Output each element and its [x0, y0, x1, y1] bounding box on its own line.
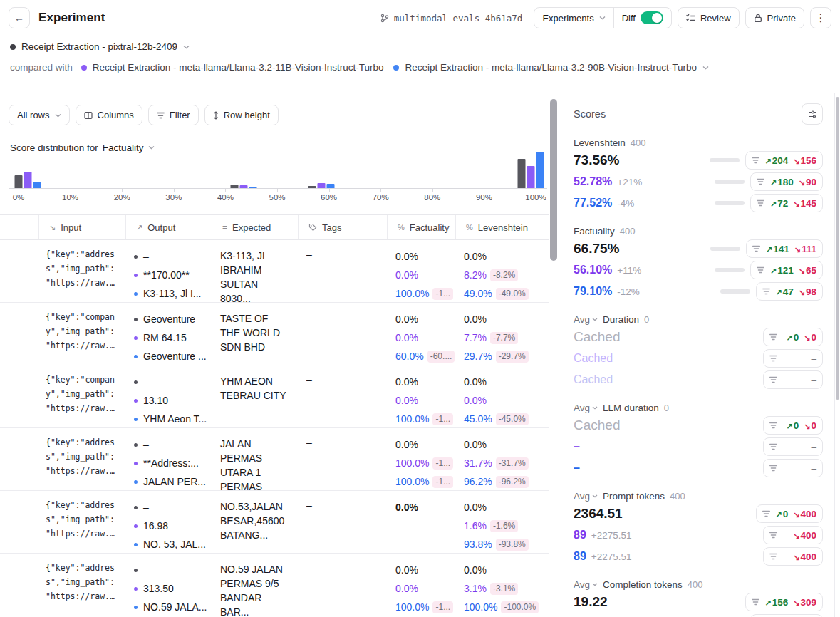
improvements-regressions-badge[interactable]: – — [763, 349, 823, 368]
comparison-selector[interactable]: compared with Receipt Extraction - meta-… — [0, 55, 840, 83]
column-header-output[interactable]: ↗Output — [125, 215, 212, 239]
compared-with-label: compared with — [10, 62, 73, 73]
output-text: – — [143, 251, 149, 262]
table-scrollbar-thumb[interactable] — [550, 99, 557, 261]
percent-icon: % — [398, 223, 405, 232]
improvements-regressions-badge[interactable]: ↘400 — [763, 526, 823, 544]
score-distribution-label: Score distribution for — [10, 142, 98, 153]
column-header-expected[interactable]: =Expected — [212, 215, 298, 239]
improvements-regressions-badge[interactable]: ↗0↘0 — [763, 328, 823, 346]
private-button[interactable]: Private — [745, 7, 804, 28]
improvements-regressions-badge[interactable]: – — [763, 370, 823, 389]
column-header-factuality[interactable]: %Factuality — [387, 215, 455, 239]
cell-output: –313.50NO.59 JALA... — [125, 554, 212, 616]
repo-ref-text: multimodal-evals 4b61a7d — [394, 13, 523, 24]
improvements-regressions-badge[interactable]: ↗0↘0 — [763, 416, 823, 435]
table-row[interactable]: {"key":"company","img_path":"https://raw… — [0, 365, 549, 428]
improvements-regressions-badge[interactable]: ↗156↘309 — [745, 593, 824, 611]
column-header-label: Levenshtein — [478, 222, 528, 233]
arrow-down-right-icon: ↘ — [49, 223, 56, 232]
score-value: 19.22 — [574, 594, 608, 610]
filter-button[interactable]: Filter — [148, 105, 199, 125]
aggregation-dropdown[interactable]: Avg — [574, 491, 598, 502]
columns-button[interactable]: Columns — [76, 105, 142, 125]
experiment-selector[interactable]: Receipt Extraction - pixtral-12b-2409 — [0, 36, 840, 55]
table-row[interactable]: {"key":"address","img_path":"https://raw… — [0, 491, 549, 554]
aggregation-dropdown[interactable]: Avg — [574, 314, 598, 325]
improvements-regressions-badge[interactable]: ↘400 — [763, 547, 823, 566]
scores-panel: Scores Levenshtein40073.56%↗204↘15652.78… — [561, 93, 834, 617]
score-row-values: 77.52%-4% — [574, 197, 634, 209]
output-text: – — [143, 376, 149, 388]
top-bar: ← Experiment multimodal-evals 4b61a7d Ex… — [0, 0, 840, 36]
score-row-meta: – — [763, 459, 823, 477]
expected-text: NO.53,JALAN BESAR,45600 BATANG... — [220, 498, 291, 542]
table-row[interactable]: {"key":"address","img_path":"https://raw… — [0, 554, 549, 616]
improvements-regressions-badge[interactable]: – — [763, 437, 823, 456]
row-height-button[interactable]: Row height — [204, 105, 279, 125]
histogram-bar[interactable] — [317, 183, 325, 188]
aggregation-dropdown[interactable]: Avg — [574, 579, 598, 590]
badge-numbers: ↗0↘400 — [776, 509, 816, 519]
improvements-regressions-badge[interactable]: – — [763, 459, 823, 477]
input-json-line: "https://raw.… — [46, 338, 118, 353]
histogram-bar-group — [308, 183, 334, 188]
experiments-diff-group: Experiments Diff — [534, 7, 672, 28]
score-value-line: 3.1%-3.1% — [464, 579, 541, 598]
score-section-name: Levenshtein — [574, 138, 626, 148]
improvements-regressions-badge[interactable]: ↗72↘145 — [750, 194, 823, 212]
histogram-bar[interactable] — [15, 175, 23, 188]
experiment-page: ← Experiment multimodal-evals 4b61a7d Ex… — [0, 0, 840, 617]
score-value-line: 60.0%-60.... — [395, 347, 448, 365]
cell-output: –**170.00**K3-113, Jl I... — [125, 240, 212, 302]
histogram-bar[interactable] — [527, 166, 534, 188]
score-value: 56.10% — [574, 264, 612, 276]
factuality-value: 60.0% — [395, 351, 424, 362]
badge-numbers: – — [811, 442, 816, 452]
diff-toggle[interactable] — [641, 11, 663, 24]
score-row-values: 89+2275.51 — [574, 550, 631, 563]
regressions-count: ↘0 — [804, 420, 816, 431]
improvements-regressions-badge[interactable]: ↗141↘111 — [746, 239, 823, 258]
table-row[interactable]: {"key":"address","img_path":"https://raw… — [0, 240, 549, 303]
column-header-tags[interactable]: Tags — [298, 215, 387, 239]
axis-tick-mark — [122, 189, 123, 192]
aggregation-dropdown[interactable]: Avg — [574, 403, 598, 413]
filter-icon — [757, 266, 764, 274]
regressions-count: ↘111 — [794, 244, 816, 254]
improvements-regressions-badge[interactable]: ↗121↘65 — [750, 261, 823, 279]
scores-settings-button[interactable] — [802, 103, 823, 125]
improvements-regressions-badge[interactable]: ↗180↘90 — [750, 172, 823, 191]
histogram-bar[interactable] — [536, 152, 544, 188]
scores-scrollbar-thumb[interactable] — [836, 97, 839, 400]
column-header-levenshtein[interactable]: %Levenshtein — [455, 215, 549, 239]
improvements-regressions-badge[interactable]: ↗47↘98 — [756, 282, 824, 301]
output-text: – — [143, 564, 149, 576]
more-menu-button[interactable]: ⋮ — [810, 7, 831, 28]
back-button[interactable]: ← — [9, 7, 30, 28]
badge-numbers: – — [811, 463, 816, 474]
axis-tick-mark — [174, 189, 175, 192]
input-json-line: "https://raw.… — [46, 276, 118, 290]
score-value-line: 8.2%-8.2% — [464, 266, 541, 284]
rows-filter-dropdown[interactable]: All rows — [9, 105, 70, 125]
column-header-input[interactable]: ↘Input — [38, 215, 125, 239]
improvements-regressions-badge[interactable]: ↗94↘270 — [750, 614, 823, 617]
histogram-bar[interactable] — [33, 182, 41, 188]
improvements-regressions-badge[interactable]: ↗204↘156 — [745, 151, 824, 170]
score-diff: -12% — [617, 286, 640, 297]
histogram-bar[interactable] — [517, 159, 525, 188]
improvements-regressions-badge[interactable]: ↗0↘400 — [756, 504, 823, 523]
score-distribution-selector[interactable]: Score distribution for Factuality — [10, 142, 549, 152]
filter-button-label: Filter — [170, 110, 190, 120]
regression-chip: -1... — [432, 476, 453, 488]
arrow-down-right-icon: ↘ — [799, 266, 805, 275]
experiments-dropdown[interactable]: Experiments — [534, 8, 613, 28]
table-row[interactable]: {"key":"company","img_path":"https://raw… — [0, 303, 549, 365]
experiment-name: Receipt Extraction - pixtral-12b-2409 — [21, 41, 177, 52]
review-button[interactable]: Review — [678, 7, 740, 28]
table-row[interactable]: {"key":"address","img_path":"https://raw… — [0, 428, 549, 491]
regressions-count: ↘400 — [793, 530, 816, 541]
arrow-up-right-icon: ↗ — [787, 333, 793, 342]
histogram-bar[interactable] — [24, 172, 32, 188]
